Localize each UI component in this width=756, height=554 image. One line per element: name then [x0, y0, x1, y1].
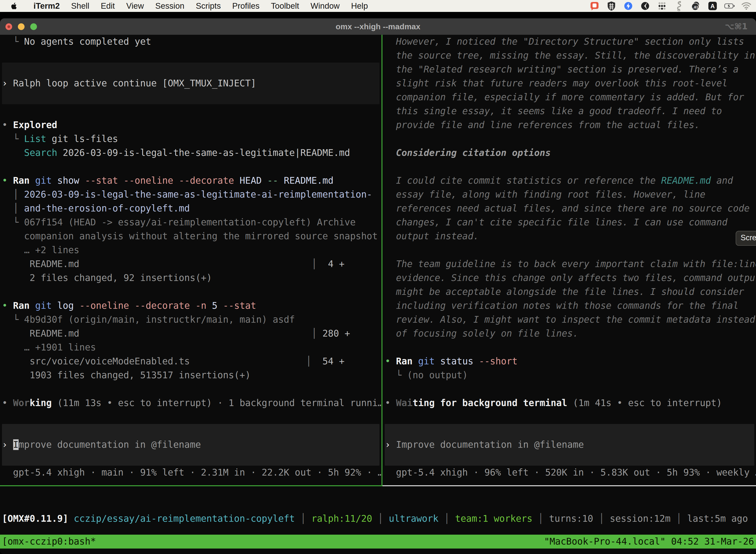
- omx-status-segment: │: [300, 513, 306, 524]
- terminal-line: └ 067f154 (HEAD -> essay/ai-reimplementa…: [0, 215, 381, 229]
- chat-bubble-icon[interactable]: [589, 1, 600, 11]
- terminal-line: └ List git ls-files: [0, 132, 381, 146]
- omx-status-segment: [306, 513, 311, 524]
- snake-icon[interactable]: [674, 1, 684, 11]
- terminal-line: [0, 160, 381, 174]
- window-shortcut-badge: ⌥⌘1: [725, 18, 748, 35]
- terminal-line: review. Also, I might want to inspect th…: [383, 313, 756, 327]
- svg-text:A: A: [710, 3, 714, 9]
- iterm2-window: omx --xhigh --madmax ⌥⌘1 └ No agents com…: [0, 18, 756, 554]
- terminal-line: gpt-5.4 xhigh · main · 91% left · 2.31M …: [0, 466, 381, 480]
- omx-status-segment: ultrawork: [389, 513, 438, 524]
- terminal-line: │ and-the-erosion-of-copyleft.md: [0, 202, 381, 215]
- terminal-line: • Ran git log --oneline --decorate -n 5 …: [0, 299, 381, 313]
- terminal-line: evidence. Since this change only affects…: [383, 271, 756, 285]
- window-title-bar[interactable]: omx --xhigh --madmax ⌥⌘1: [0, 18, 756, 35]
- terminal-line: [383, 340, 756, 354]
- omx-status-line: [OMX#0.11.9] cczip/essay/ai-reimplementa…: [0, 512, 756, 526]
- terminal-line: [0, 49, 381, 63]
- omx-status-segment: [OMX#0.11.9]: [2, 513, 68, 524]
- pane-divider-vertical[interactable]: [381, 35, 382, 486]
- terminal-line: [0, 424, 381, 438]
- terminal-line: › Improve documentation in @filename: [0, 438, 381, 452]
- terminal-line: [0, 104, 381, 118]
- menu-item-shell[interactable]: Shell: [65, 1, 95, 11]
- omx-status-segment: │: [538, 513, 544, 524]
- menu-items: iTerm2ShellEditViewSessionScriptsProfile…: [28, 1, 374, 11]
- menu-item-profiles[interactable]: Profiles: [227, 1, 265, 11]
- omx-status-segment: team:1 workers: [455, 513, 532, 524]
- terminal-line: [383, 382, 756, 396]
- terminal-line: 2 files changed, 92 insertions(+): [0, 271, 381, 285]
- pane-border-bottom-left: [0, 485, 382, 486]
- omx-status-segment: │: [378, 513, 383, 524]
- terminal-line: slight risk that future readers may over…: [383, 76, 756, 90]
- tmux-session-window[interactable]: [omx-cczip0:bash*: [2, 535, 96, 549]
- terminal-line: changes, I can't cite specific file line…: [383, 215, 756, 229]
- terminal-line: README.md │ 280 +: [0, 327, 381, 340]
- terminal-line: [0, 63, 381, 76]
- terminal-line: [383, 132, 756, 146]
- omx-status-segment: [372, 513, 378, 524]
- battery-icon[interactable]: [724, 1, 735, 11]
- disc-icon[interactable]: [640, 1, 650, 11]
- omx-status-segment: [68, 513, 74, 524]
- menu-item-iterm2[interactable]: iTerm2: [28, 1, 65, 11]
- terminal-line: Search 2026-03-09-is-legal-the-same-as-l…: [0, 146, 381, 160]
- omx-status-segment: [671, 513, 676, 524]
- terminal-line: [383, 424, 756, 438]
- wifi-icon[interactable]: [741, 1, 752, 11]
- terminal-line: of focusing solely on file lines.: [383, 327, 756, 340]
- omx-status-segment: [593, 513, 599, 524]
- omx-status-segment: │: [599, 513, 604, 524]
- menu-item-help[interactable]: Help: [345, 1, 374, 11]
- blue-badge-icon[interactable]: [623, 1, 633, 11]
- menu-item-session[interactable]: Session: [149, 1, 190, 11]
- terminal-line: [0, 382, 381, 396]
- menu-item-edit[interactable]: Edit: [95, 1, 121, 11]
- terminal-line: src/voice/voiceModeEnabled.ts │ 54 +: [0, 354, 381, 368]
- omx-status-segment: last:5m ago: [687, 513, 748, 524]
- terminal-line: gpt-5.4 xhigh · 96% left · 520K in · 5.8…: [383, 466, 756, 480]
- terminal-line: … +1901 lines: [0, 340, 381, 354]
- menu-item-view[interactable]: View: [121, 1, 149, 11]
- terminal-line: [383, 452, 756, 466]
- shield-icon[interactable]: [606, 1, 617, 11]
- terminal-line: Considering citation options: [383, 146, 756, 160]
- tmux-status-bar: [omx-cczip0:bash* "MacBook-Pro-44.local"…: [0, 535, 756, 549]
- counter-badge-icon[interactable]: ..61: [691, 1, 701, 11]
- omx-status-segment: [295, 513, 300, 524]
- terminal-line: [0, 90, 381, 104]
- terminal-line: including verification notes with those …: [383, 299, 756, 313]
- left-terminal-pane[interactable]: └ No agents completed yet› Ralph loop ac…: [0, 35, 381, 486]
- terminal-line: [0, 452, 381, 466]
- screen-notification-tooltip[interactable]: Scre: [736, 231, 756, 246]
- terminal-line: … +2 lines: [0, 243, 381, 257]
- terminal-line: └ (no output): [383, 368, 756, 382]
- terminal-line: • Ran git show --stat --oneline --decora…: [0, 174, 381, 188]
- dots-grid-icon[interactable]: [657, 1, 667, 11]
- terminal-line: might be acceptable alongside the file l…: [383, 285, 756, 299]
- terminal-line: [383, 243, 756, 257]
- terminal-line: references need actual files, and since …: [383, 202, 756, 215]
- menu-item-window[interactable]: Window: [305, 1, 345, 11]
- a-key-icon[interactable]: A: [707, 1, 718, 11]
- menu-item-scripts[interactable]: Scripts: [190, 1, 227, 11]
- terminal-line: the "Related research writing" section i…: [383, 63, 756, 76]
- right-terminal-pane[interactable]: However, I noticed the "Directory Struct…: [383, 35, 756, 486]
- menu-item-toolbelt[interactable]: Toolbelt: [265, 1, 305, 11]
- apple-menu-icon[interactable]: [10, 1, 18, 11]
- terminal-line: 1903 files changed, 513517 insertions(+): [0, 368, 381, 382]
- terminal-line: • Explored: [0, 118, 381, 132]
- terminal-line: [0, 410, 381, 424]
- omx-status-segment: │: [676, 513, 682, 524]
- pane-border-bottom-right: [382, 485, 756, 486]
- terminal-line: • Waiting for background terminal (1m 41…: [383, 396, 756, 410]
- terminal-line: │ 2026-03-09-is-legal-the-same-as-legiti…: [0, 188, 381, 202]
- text-cursor: I: [13, 439, 19, 450]
- omx-status-segment: [532, 513, 538, 524]
- terminal-line: companion file, especially if more comme…: [383, 90, 756, 104]
- terminal-line: companion analysis without altering the …: [0, 229, 381, 243]
- terminal-line: README.md │ 4 +: [0, 257, 381, 271]
- terminal-line: the source tree, missing the essay. Stil…: [383, 49, 756, 63]
